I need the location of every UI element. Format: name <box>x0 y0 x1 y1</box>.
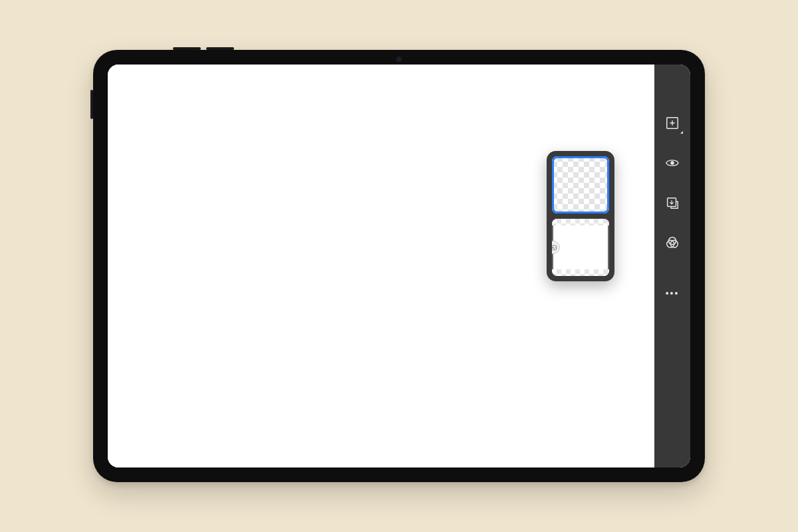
more-options-button[interactable]: ••• <box>666 288 680 299</box>
right-toolbar: ••• <box>654 65 690 467</box>
eye-icon <box>665 156 680 170</box>
image-icon <box>552 244 557 251</box>
flyout-indicator-icon <box>680 131 683 134</box>
tablet-device-frame: ••• <box>93 50 705 482</box>
layer-thumbnail-background[interactable] <box>552 219 609 276</box>
volume-button <box>206 47 234 50</box>
app-screen: ••• <box>108 65 690 467</box>
checker-decoration <box>552 219 609 225</box>
layers-popover <box>547 151 614 281</box>
power-button <box>90 90 93 119</box>
volume-button <box>173 47 201 50</box>
checker-decoration <box>552 269 609 276</box>
front-camera <box>396 57 402 62</box>
blend-mode-button[interactable] <box>660 231 684 255</box>
drawing-canvas[interactable] <box>108 65 654 467</box>
smart-object-badge <box>552 241 560 254</box>
venn-icon <box>665 235 680 250</box>
layer-down-icon <box>665 196 680 210</box>
layer-properties-button[interactable] <box>660 191 684 215</box>
plus-square-icon <box>665 116 680 130</box>
layer-thumbnail-selected[interactable] <box>552 156 609 213</box>
svg-point-5 <box>670 161 674 165</box>
add-layer-button[interactable] <box>660 111 684 135</box>
layer-visibility-button[interactable] <box>660 151 684 175</box>
